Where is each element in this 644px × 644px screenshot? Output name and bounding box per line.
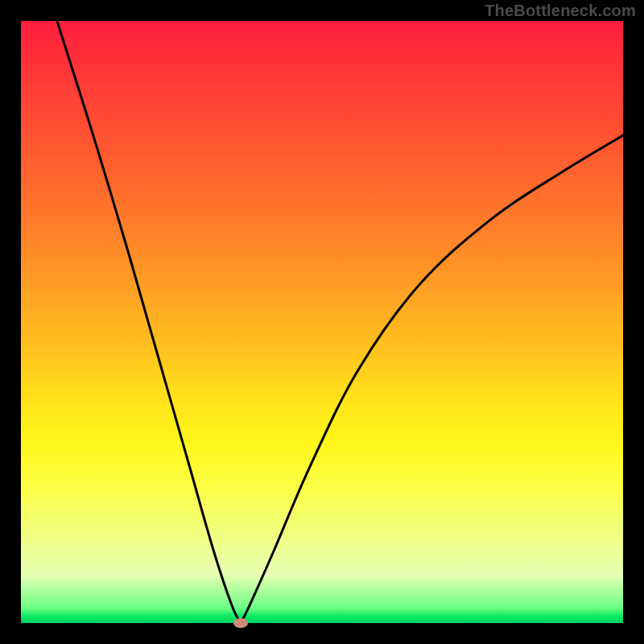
curve-svg <box>21 21 623 623</box>
vertex-marker <box>233 618 248 628</box>
attribution-label: TheBottleneck.com <box>485 2 636 20</box>
chart-frame: TheBottleneck.com <box>0 0 644 644</box>
left-branch-path <box>57 21 241 623</box>
plot-area <box>21 21 623 623</box>
right-branch-path <box>241 135 623 623</box>
